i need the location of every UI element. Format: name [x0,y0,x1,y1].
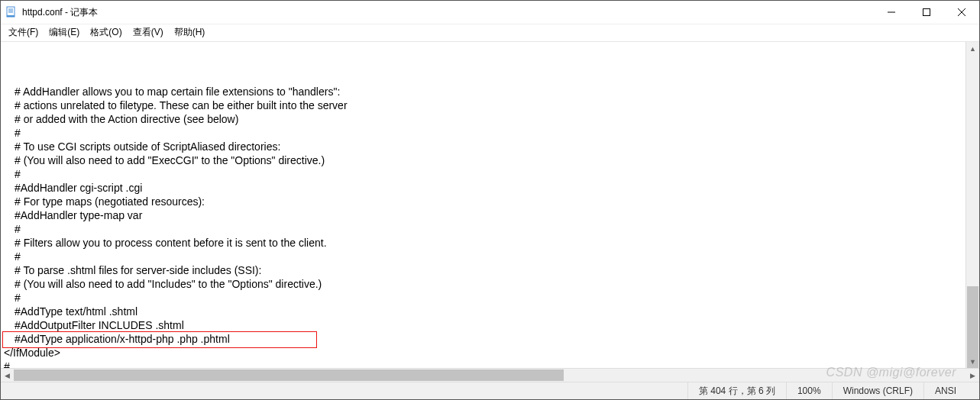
menu-file[interactable]: 文件(F) [4,25,43,40]
scroll-left-arrow-icon[interactable]: ◀ [1,369,14,382]
menu-help[interactable]: 帮助(H) [170,25,210,40]
text-line: # actions unrelated to filetype. These c… [4,98,965,112]
text-line: # [4,291,965,305]
minimize-button[interactable] [874,1,909,24]
text-line: # For type maps (negotiated resources): [4,195,965,208]
text-line: # [4,222,965,236]
text-line: # [4,250,965,263]
close-icon [958,8,965,16]
menu-view[interactable]: 查看(V) [128,25,168,40]
text-line: #AddHandler cgi-script .cgi [4,181,965,195]
status-encoding: ANSI [923,382,979,399]
titlebar-left: httpd.conf - 记事本 [5,6,98,19]
svg-rect-6 [923,9,930,16]
text-line: # (You will also need to add "Includes" … [4,277,965,291]
close-button[interactable] [944,1,979,24]
menu-edit[interactable]: 编辑(E) [44,25,84,40]
maximize-button[interactable] [909,1,944,24]
text-line: # or added with the Action directive (se… [4,112,965,126]
text-line: #AddType application/x-httpd-php .php .p… [4,332,965,346]
text-editor[interactable]: # AddHandler allows you to map certain f… [1,42,965,368]
scroll-down-arrow-icon[interactable]: ▼ [966,355,979,368]
text-line: # To use CGI scripts outside of ScriptAl… [4,140,965,153]
scroll-right-arrow-icon[interactable]: ▶ [966,369,979,382]
window-title: httpd.conf - 记事本 [22,6,98,19]
status-linebreak: Windows (CRLF) [832,382,923,399]
text-line: #AddOutputFilter INCLUDES .shtml [4,318,965,332]
text-line: #AddType text/html .shtml [4,305,965,318]
horizontal-scrollbar-thumb[interactable] [14,369,564,381]
text-line: # [4,126,965,140]
status-zoom: 100% [786,382,832,399]
horizontal-scrollbar-track[interactable] [14,369,966,382]
text-line: # (You will also need to add "ExecCGI" t… [4,153,965,167]
statusbar: 第 404 行，第 6 列 100% Windows (CRLF) ANSI [1,382,979,399]
editor-area: # AddHandler allows you to map certain f… [1,42,979,368]
text-line: # AddHandler allows you to map certain f… [4,85,965,98]
maximize-icon [923,8,930,16]
text-line: # To parse .shtml files for server-side … [4,263,965,277]
notepad-icon [5,6,18,18]
text-line: # [4,167,965,181]
horizontal-scrollbar[interactable]: ◀ ▶ [1,368,979,382]
scroll-up-arrow-icon[interactable]: ▲ [966,42,979,55]
titlebar[interactable]: httpd.conf - 记事本 [1,1,979,24]
notepad-window: httpd.conf - 记事本 文件(F) 编辑(E) 格式(O) 查看(V)… [0,0,980,400]
menubar: 文件(F) 编辑(E) 格式(O) 查看(V) 帮助(H) [1,24,979,42]
vertical-scrollbar[interactable]: ▲ ▼ [965,42,979,368]
text-line: # [4,360,965,368]
status-cursor-position: 第 404 行，第 6 列 [687,382,786,399]
text-line: #AddHandler type-map var [4,208,965,222]
svg-rect-4 [7,15,15,17]
window-controls [874,1,979,24]
text-line: </IfModule> [4,346,965,360]
text-line: # Filters allow you to process content b… [4,236,965,250]
menu-format[interactable]: 格式(O) [86,25,126,40]
minimize-icon [888,8,895,16]
